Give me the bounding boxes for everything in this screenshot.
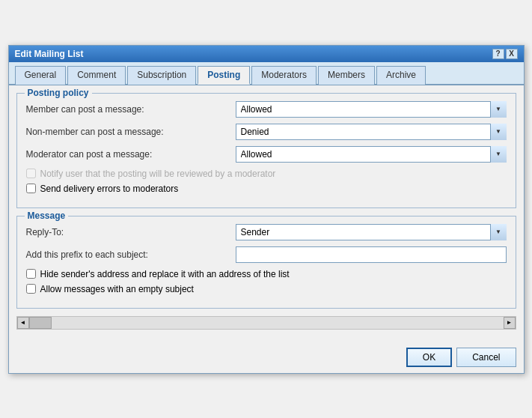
reply-to-label: Reply-To: <box>26 227 236 237</box>
horizontal-scrollbar[interactable]: ◄ ► <box>16 316 516 330</box>
cancel-button[interactable]: Cancel <box>456 348 516 367</box>
prefix-row: Add this prefix to each subject: <box>26 246 507 263</box>
hide-sender-label: Hide sender's address and replace it wit… <box>40 269 290 279</box>
tab-bar: General Comment Subscription Posting Mod… <box>9 62 524 85</box>
close-button[interactable]: X <box>506 49 518 59</box>
reply-to-select[interactable]: Sender This list Explicit address <box>236 224 507 240</box>
delivery-errors-row: Send delivery errors to moderators <box>26 184 507 194</box>
moderator-post-select-wrapper: Allowed Denied Moderated ▼ <box>236 146 507 163</box>
tab-members[interactable]: Members <box>318 66 375 85</box>
tab-posting[interactable]: Posting <box>198 66 250 85</box>
prefix-label: Add this prefix to each subject: <box>26 249 236 260</box>
empty-subject-label: Allow messages with an empty subject <box>40 284 194 294</box>
delivery-errors-checkbox[interactable] <box>26 184 36 193</box>
member-post-row: Member can post a message: Allowed Denie… <box>26 101 507 118</box>
member-post-select-wrapper: Allowed Denied Moderated ▼ <box>236 101 507 118</box>
scroll-left-button[interactable]: ◄ <box>17 317 29 329</box>
reply-to-row: Reply-To: Sender This list Explicit addr… <box>26 224 507 240</box>
moderator-post-label: Moderator can post a message: <box>26 149 236 160</box>
dialog-footer: OK Cancel <box>9 343 524 373</box>
scroll-right-button[interactable]: ► <box>504 317 516 329</box>
ok-button[interactable]: OK <box>406 348 452 367</box>
hide-sender-checkbox[interactable] <box>26 269 36 279</box>
non-member-post-select-wrapper: Allowed Denied Moderated ▼ <box>236 124 507 140</box>
moderator-post-row: Moderator can post a message: Allowed De… <box>26 146 507 163</box>
posting-policy-group: Posting policy Member can post a message… <box>16 93 516 208</box>
member-post-label: Member can post a message: <box>26 104 236 115</box>
delivery-errors-label: Send delivery errors to moderators <box>40 184 179 194</box>
tab-subscription[interactable]: Subscription <box>127 66 196 85</box>
edit-mailing-list-dialog: Edit Mailing List ? X General Comment Su… <box>8 45 525 374</box>
empty-subject-row: Allow messages with an empty subject <box>26 284 507 294</box>
member-post-select[interactable]: Allowed Denied Moderated <box>236 101 507 118</box>
non-member-post-select[interactable]: Allowed Denied Moderated <box>236 124 507 140</box>
message-group-label: Message <box>25 210 69 221</box>
hide-sender-row: Hide sender's address and replace it wit… <box>26 269 507 279</box>
message-group: Message Reply-To: Sender This list Expli… <box>16 216 516 309</box>
tab-general[interactable]: General <box>15 66 67 85</box>
title-bar: Edit Mailing List ? X <box>9 46 524 62</box>
posting-policy-label: Posting policy <box>25 88 92 98</box>
prefix-input[interactable] <box>236 246 507 263</box>
scroll-track[interactable] <box>29 317 504 329</box>
reply-to-select-wrapper: Sender This list Explicit address ▼ <box>236 224 507 240</box>
moderator-post-select[interactable]: Allowed Denied Moderated <box>236 146 507 163</box>
empty-subject-checkbox[interactable] <box>26 284 36 294</box>
scroll-thumb[interactable] <box>29 317 52 329</box>
notify-review-label: Notify user that the posting will be rev… <box>40 169 276 179</box>
tab-comment[interactable]: Comment <box>67 66 126 85</box>
tab-content: Posting policy Member can post a message… <box>9 85 524 343</box>
notify-review-checkbox <box>26 169 36 178</box>
help-button[interactable]: ? <box>492 49 504 59</box>
tab-moderators[interactable]: Moderators <box>251 66 317 85</box>
non-member-post-label: Non-member can post a message: <box>26 127 236 137</box>
non-member-post-row: Non-member can post a message: Allowed D… <box>26 124 507 140</box>
title-bar-buttons: ? X <box>492 49 518 59</box>
notify-review-row: Notify user that the posting will be rev… <box>26 169 507 179</box>
dialog-title: Edit Mailing List <box>15 49 84 59</box>
tab-archive[interactable]: Archive <box>376 66 426 85</box>
